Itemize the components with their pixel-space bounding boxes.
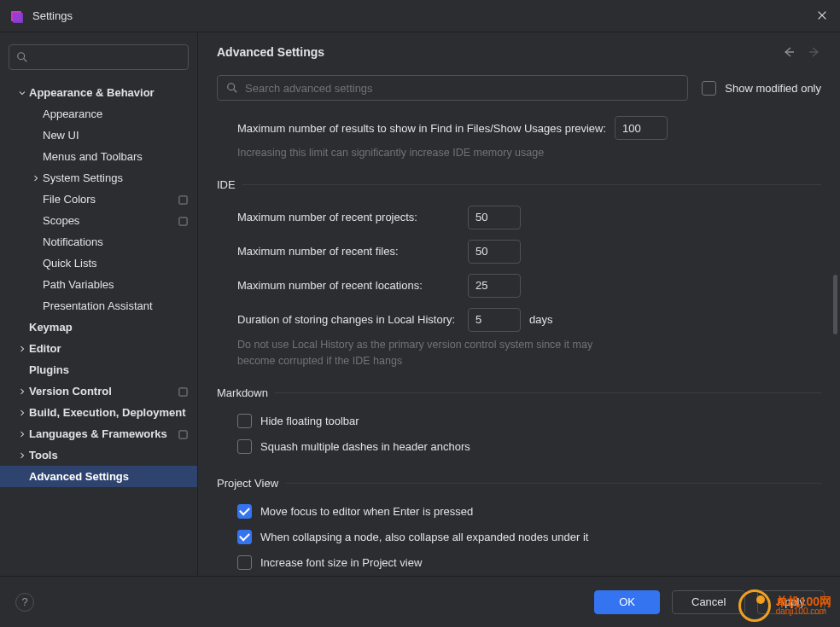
local-history-input[interactable] — [468, 308, 521, 332]
checkbox-icon — [237, 555, 252, 570]
page-title: Advanced Settings — [217, 45, 772, 59]
sidebar-item-label: Path Variables — [43, 278, 114, 291]
sidebar-search[interactable] — [9, 44, 189, 70]
sidebar-item[interactable]: Editor — [0, 338, 197, 359]
sidebar-item[interactable]: Languages & Frameworks — [0, 423, 197, 444]
cancel-button[interactable]: Cancel — [672, 590, 745, 614]
chevron-right-icon — [15, 406, 29, 420]
project-scope-icon — [178, 194, 189, 205]
chevron-none-icon — [29, 214, 43, 228]
recent-locations-input[interactable] — [468, 274, 521, 298]
sidebar-item[interactable]: Scopes — [0, 210, 197, 231]
sidebar-item[interactable]: Appearance & Behavior — [0, 82, 197, 103]
chevron-none-icon — [29, 107, 43, 121]
titlebar: Settings — [0, 0, 840, 32]
advanced-search-input[interactable] — [245, 82, 679, 95]
sidebar-item[interactable]: Build, Execution, Deployment — [0, 402, 197, 423]
sidebar-item-label: Keymap — [29, 321, 73, 334]
sidebar-item-label: Plugins — [29, 363, 69, 376]
chevron-none-icon — [29, 235, 43, 249]
squash-dashes-checkbox[interactable]: Squash multiple dashes in header anchors — [217, 433, 821, 459]
show-modified-label: Show modified only — [725, 82, 821, 95]
svg-rect-6 — [179, 430, 187, 438]
checkbox-icon — [237, 530, 252, 544]
sidebar-item[interactable]: File Colors — [0, 189, 197, 210]
close-icon[interactable] — [816, 9, 830, 23]
sidebar-item-label: Languages & Frameworks — [29, 427, 167, 440]
apply-button[interactable]: Apply — [757, 590, 825, 614]
sidebar-item-label: Editor — [29, 342, 61, 355]
sidebar-item[interactable]: Quick Lists — [0, 253, 197, 274]
checkbox-icon — [237, 439, 252, 454]
recent-projects-label: Maximum number of recent projects: — [237, 211, 459, 224]
move-focus-checkbox[interactable]: Move focus to editor when Enter is press… — [217, 498, 821, 524]
section-markdown: Markdown — [217, 384, 821, 401]
find-results-label: Maximum number of results to show in Fin… — [237, 122, 606, 135]
sidebar-item-label: Build, Execution, Deployment — [29, 406, 185, 419]
advanced-search[interactable] — [217, 75, 688, 101]
sidebar-item-label: Menus and Toolbars — [43, 150, 143, 163]
help-icon[interactable]: ? — [15, 593, 34, 612]
sidebar-item[interactable]: Advanced Settings — [0, 466, 197, 487]
svg-point-7 — [228, 84, 235, 90]
sidebar-item[interactable]: System Settings — [0, 167, 197, 189]
recent-projects-input[interactable] — [468, 206, 521, 229]
sidebar-item-label: Advanced Settings — [29, 470, 129, 483]
local-history-suffix: days — [529, 313, 552, 326]
nav-forward-icon[interactable] — [808, 45, 821, 59]
recent-files-label: Maximum number of recent files: — [237, 245, 459, 258]
sidebar-item[interactable]: Version Control — [0, 380, 197, 402]
svg-rect-3 — [179, 195, 187, 203]
sidebar-search-input[interactable] — [33, 51, 181, 64]
recent-files-input[interactable] — [468, 240, 521, 264]
hide-toolbar-checkbox[interactable]: Hide floating toolbar — [217, 408, 821, 433]
chevron-none-icon — [29, 257, 43, 270]
app-icon — [10, 9, 24, 23]
project-scope-icon — [178, 429, 189, 439]
ok-button[interactable]: OK — [594, 590, 660, 614]
sidebar-item[interactable]: Presentation Assistant — [0, 295, 197, 316]
footer: ? OK Cancel Apply — [0, 576, 840, 627]
svg-rect-5 — [179, 387, 187, 395]
chevron-none-icon — [15, 470, 29, 484]
svg-point-2 — [18, 53, 25, 60]
sidebar-item-label: Version Control — [29, 385, 112, 398]
increase-font-checkbox[interactable]: Increase font size in Project view — [217, 549, 821, 575]
window-title: Settings — [32, 9, 808, 22]
chevron-none-icon — [15, 363, 29, 377]
chevron-none-icon — [15, 321, 29, 334]
sidebar-item-label: Scopes — [43, 214, 79, 227]
chevron-none-icon — [29, 193, 43, 206]
sidebar-item[interactable]: New UI — [0, 125, 197, 146]
section-project-view: Project View — [217, 474, 821, 491]
sidebar-item-label: System Settings — [43, 171, 123, 184]
nav-back-icon[interactable] — [782, 45, 796, 59]
scrollbar-thumb[interactable] — [833, 275, 837, 334]
sidebar-item-label: Presentation Assistant — [43, 299, 153, 312]
sidebar-item-label: Tools — [29, 449, 58, 462]
sidebar-item[interactable]: Keymap — [0, 316, 197, 338]
sidebar-item-label: File Colors — [43, 193, 96, 206]
chevron-right-icon — [15, 385, 29, 398]
sidebar-item-label: Notifications — [43, 235, 103, 248]
chevron-right-icon — [15, 427, 29, 441]
find-results-input[interactable] — [615, 116, 668, 140]
sidebar-item[interactable]: Menus and Toolbars — [0, 146, 197, 167]
collapse-checkbox[interactable]: When collapsing a node, also collapse al… — [217, 524, 821, 549]
sidebar-item-label: Quick Lists — [43, 257, 97, 270]
settings-tree: Appearance & BehaviorAppearanceNew UIMen… — [0, 82, 197, 576]
sidebar: Appearance & BehaviorAppearanceNew UIMen… — [0, 32, 198, 576]
sidebar-item[interactable]: Plugins — [0, 359, 197, 380]
sidebar-item[interactable]: Path Variables — [0, 274, 197, 295]
project-scope-icon — [178, 216, 189, 226]
sidebar-item[interactable]: Appearance — [0, 103, 197, 125]
svg-rect-4 — [179, 217, 187, 224]
sidebar-item[interactable]: Tools — [0, 444, 197, 466]
show-modified-checkbox[interactable]: Show modified only — [702, 81, 821, 96]
chevron-none-icon — [29, 299, 43, 313]
search-icon — [226, 82, 238, 94]
chevron-none-icon — [29, 278, 43, 292]
chevron-none-icon — [29, 150, 43, 164]
checkbox-icon — [237, 414, 252, 428]
sidebar-item[interactable]: Notifications — [0, 231, 197, 253]
